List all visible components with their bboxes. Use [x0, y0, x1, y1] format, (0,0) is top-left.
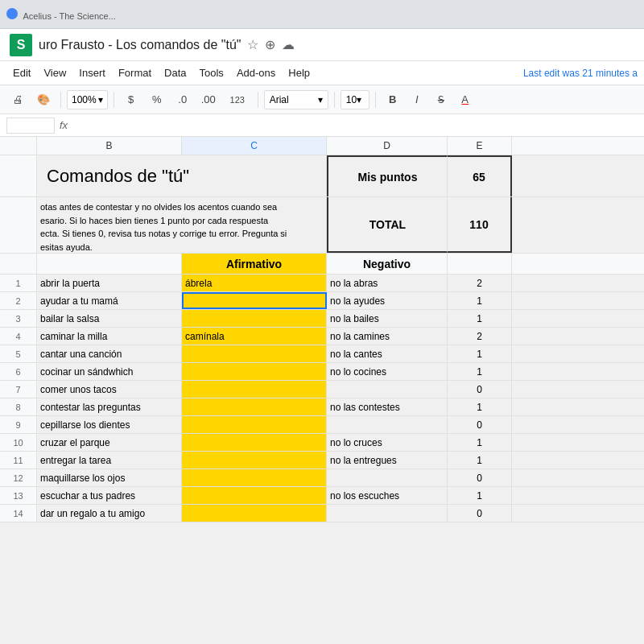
mis-puntos-value-cell[interactable]: 65	[448, 155, 512, 196]
afirmativo-cell[interactable]	[182, 505, 327, 522]
score-header	[448, 254, 512, 274]
document-title[interactable]: uro Frausto - Los comandos de "tú"	[39, 38, 241, 52]
title-cell[interactable]: Comandos de "tú"	[37, 155, 327, 196]
col-header-b[interactable]: B	[37, 137, 182, 155]
info-line-2: esario. Si lo haces bien tienes 1 punto …	[40, 214, 268, 228]
scroll-area[interactable]: B C D E Comandos de "tú" Mis puntos 65 o…	[0, 137, 644, 644]
score-cell: 0	[448, 381, 512, 398]
total-label: TOTAL	[369, 218, 406, 231]
mis-puntos-label-cell[interactable]: Mis puntos	[327, 155, 448, 196]
row-num-5: 5	[0, 345, 37, 362]
afirmativo-cell[interactable]	[182, 416, 327, 433]
font-selector[interactable]: Arial ▾	[264, 90, 328, 109]
currency-button[interactable]: $	[120, 89, 142, 110]
cloud-icon[interactable]: ☁	[282, 37, 295, 52]
cell-reference-input[interactable]	[6, 118, 55, 134]
menu-view[interactable]: View	[37, 64, 72, 81]
score-cell: 1	[448, 345, 512, 362]
table-row: 4 caminar la milla camínala no la camine…	[0, 328, 644, 345]
task-cell[interactable]: cruzar el parque	[37, 434, 182, 451]
row-num-info	[0, 197, 37, 253]
font-size-value: 10	[346, 94, 357, 105]
task-cell[interactable]: entregar la tarea	[37, 452, 182, 469]
afirmativo-cell[interactable]: ábrela	[182, 275, 327, 291]
print-button[interactable]: 🖨	[6, 89, 29, 110]
underline-color-button[interactable]: A	[454, 89, 477, 110]
row-num-1: 1	[0, 275, 37, 291]
strikethrough-button[interactable]: S̶	[430, 89, 452, 110]
bold-button[interactable]: B	[382, 89, 404, 110]
task-cell[interactable]: cepillarse los dientes	[37, 416, 182, 433]
italic-button[interactable]: I	[406, 89, 428, 110]
copy-icon[interactable]: ⊕	[265, 37, 275, 52]
negativo-cell: no lo cocines	[327, 363, 448, 380]
paint-format-button[interactable]: 🎨	[32, 89, 55, 110]
afirmativo-cell[interactable]	[182, 469, 327, 486]
total-value-cell[interactable]: 110	[448, 197, 512, 253]
afirmativo-cell[interactable]	[182, 310, 327, 327]
formula-input[interactable]	[72, 119, 638, 131]
task-cell[interactable]: caminar la milla	[37, 328, 182, 345]
afirmativo-cell[interactable]	[182, 452, 327, 469]
format-buttons: B I S̶ A	[382, 89, 477, 110]
afirmativo-cell[interactable]	[182, 363, 327, 380]
negativo-cell: no la abras	[327, 275, 448, 291]
afirmativo-cell[interactable]	[182, 487, 327, 504]
browser-tab-text[interactable]: Acelius - The Science...	[6, 8, 116, 21]
menu-insert[interactable]: Insert	[72, 64, 112, 81]
total-value: 110	[469, 218, 488, 231]
task-cell[interactable]: contestar las preguntas	[37, 398, 182, 415]
table-row: 12 maquillarse los ojos 0	[0, 469, 644, 487]
task-cell[interactable]: ayudar a tu mamá	[37, 292, 182, 309]
negativo-cell: no la ayudes	[327, 292, 448, 309]
afirmativo-cell[interactable]	[182, 398, 327, 415]
total-label-cell[interactable]: TOTAL	[327, 197, 448, 253]
table-row: 2 ayudar a tu mamá no la ayudes 1	[0, 292, 644, 310]
info-line-3: ecta. Si tienes 0, revisa tus notas y co…	[40, 227, 287, 241]
zoom-selector[interactable]: 100% ▾	[67, 90, 108, 109]
info-text-cell: otas antes de contestar y no olvides los…	[37, 197, 327, 253]
font-size-selector[interactable]: 10 ▾	[341, 90, 369, 109]
font-chevron: ▾	[318, 94, 323, 105]
col-header-d[interactable]: D	[327, 137, 448, 155]
task-cell[interactable]: escuchar a tus padres	[37, 487, 182, 504]
font-size-chevron: ▾	[357, 94, 361, 105]
task-cell[interactable]: dar un regalo a tu amigo	[37, 505, 182, 522]
afirmativo-cell[interactable]	[182, 292, 327, 309]
toolbar: 🖨 🎨 100% ▾ $ % .0 .00 123 Arial ▾ 10 ▾ B…	[0, 85, 644, 114]
task-cell[interactable]: cocinar un sándwhich	[37, 363, 182, 380]
score-cell: 1	[448, 452, 512, 469]
task-cell[interactable]: maquillarse los ojos	[37, 469, 182, 486]
afirmativo-cell[interactable]	[182, 345, 327, 362]
percent-button[interactable]: %	[146, 89, 168, 110]
mis-puntos-value: 65	[473, 171, 485, 184]
title-text: Comandos de "tú"	[47, 166, 189, 187]
decimal2-button[interactable]: .00	[197, 89, 220, 110]
col-header-e[interactable]: E	[448, 137, 512, 155]
menu-edit[interactable]: Edit	[6, 64, 37, 81]
menu-addons[interactable]: Add-ons	[230, 64, 282, 81]
afirmativo-cell[interactable]: camínala	[182, 328, 327, 345]
row-num-1	[0, 155, 37, 196]
task-cell[interactable]: bailar la salsa	[37, 310, 182, 327]
row-num-8: 8	[0, 398, 37, 415]
menu-format[interactable]: Format	[112, 64, 158, 81]
score-cell: 2	[448, 328, 512, 345]
menu-tools[interactable]: Tools	[193, 64, 230, 81]
table-row: 7 comer unos tacos 0	[0, 381, 644, 398]
task-cell[interactable]: comer unos tacos	[37, 381, 182, 398]
table-row: 8 contestar las preguntas no las contest…	[0, 398, 644, 416]
task-cell[interactable]: abrir la puerta	[37, 275, 182, 291]
zoom-chevron: ▾	[98, 94, 103, 105]
formula-bar: fx	[0, 114, 644, 137]
menu-data[interactable]: Data	[158, 64, 192, 81]
afirmativo-cell[interactable]	[182, 381, 327, 398]
col-header-c[interactable]: C	[182, 137, 327, 155]
format-num-button[interactable]: 123	[223, 89, 252, 110]
star-icon[interactable]: ☆	[247, 37, 258, 52]
decimal0-button[interactable]: .0	[171, 89, 194, 110]
afirmativo-cell[interactable]	[182, 434, 327, 451]
task-cell[interactable]: cantar una canción	[37, 345, 182, 362]
column-headers: B C D E	[0, 137, 644, 155]
menu-help[interactable]: Help	[282, 64, 316, 81]
